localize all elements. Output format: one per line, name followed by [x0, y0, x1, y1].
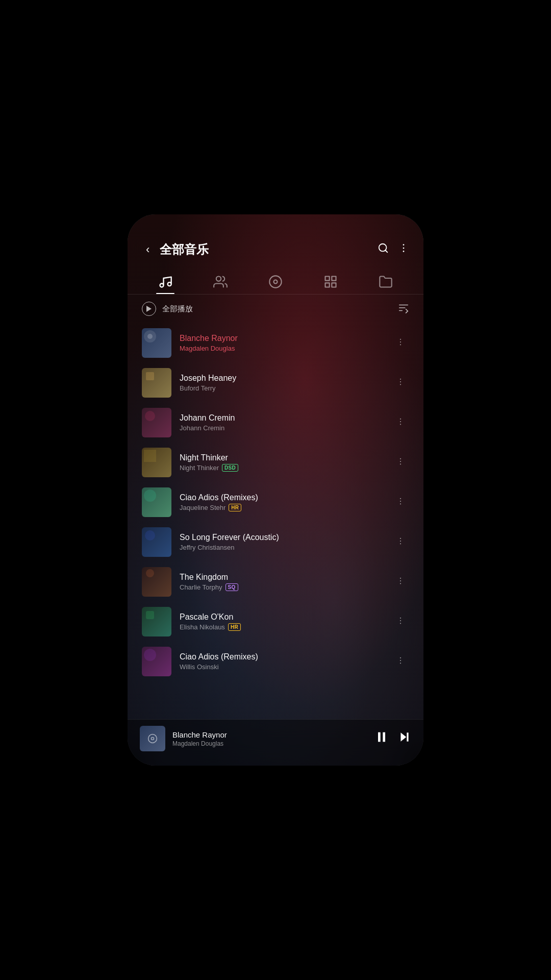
svg-rect-37	[145, 530, 155, 541]
quality-badge: HR	[228, 623, 241, 631]
svg-point-52	[400, 663, 401, 664]
svg-point-24	[400, 384, 401, 385]
svg-point-46	[400, 617, 401, 618]
svg-point-41	[146, 569, 154, 577]
svg-rect-45	[146, 611, 154, 619]
header: ‹ 全部音乐	[128, 214, 423, 266]
more-options-button[interactable]	[392, 534, 409, 550]
svg-point-50	[400, 657, 401, 658]
play-all-circle	[142, 302, 156, 316]
list-item[interactable]: Joseph Heaney Buford Terry	[128, 363, 423, 403]
song-thumbnail	[142, 328, 171, 358]
svg-point-22	[400, 378, 401, 379]
svg-point-30	[400, 458, 401, 459]
svg-point-5	[216, 277, 221, 281]
song-info: Night Thinker Night Thinker DSD	[180, 453, 384, 472]
list-item[interactable]: Blanche Raynor Magdalen Douglas	[128, 323, 423, 363]
more-options-button[interactable]	[392, 455, 409, 471]
tab-songs[interactable]	[150, 271, 181, 294]
song-title: Joseph Heaney	[180, 374, 384, 383]
svg-line-1	[385, 250, 387, 252]
song-title: Ciao Adios (Remixes)	[180, 493, 384, 502]
list-item[interactable]: Ciao Adios (Remixes) Willis Osinski	[128, 642, 423, 681]
song-title: Blanche Raynor	[180, 334, 384, 343]
tab-folders[interactable]	[370, 271, 401, 294]
song-info: Johann Cremin Johann Cremin	[180, 413, 384, 432]
song-meta: Buford Terry	[180, 384, 384, 392]
song-list: Blanche Raynor Magdalen Douglas Joseph H…	[128, 323, 423, 719]
more-options-icon[interactable]	[398, 242, 409, 257]
list-item[interactable]: Johann Cremin Johann Cremin	[128, 403, 423, 443]
song-artist: Willis Osinski	[180, 663, 219, 671]
song-artist: Night Thinker	[180, 464, 219, 472]
svg-point-48	[400, 623, 401, 624]
song-thumbnail	[142, 448, 171, 477]
tab-playlists[interactable]	[315, 271, 346, 294]
more-options-button[interactable]	[392, 614, 409, 630]
play-all-bar[interactable]: 全部播放	[128, 295, 423, 323]
svg-point-6	[269, 276, 281, 287]
more-options-button[interactable]	[392, 375, 409, 391]
song-thumbnail	[142, 487, 171, 517]
next-button[interactable]	[398, 730, 411, 747]
svg-point-43	[400, 580, 401, 581]
song-thumbnail	[142, 408, 171, 437]
song-meta: Charlie Torphy SQ	[180, 583, 384, 591]
svg-point-35	[400, 500, 401, 501]
search-icon[interactable]	[378, 242, 389, 257]
svg-point-36	[400, 503, 401, 504]
svg-point-47	[400, 620, 401, 621]
now-playing-thumbnail	[140, 726, 165, 751]
svg-point-2	[403, 244, 405, 246]
list-item[interactable]: So Long Forever (Acoustic) Jeffry Christ…	[128, 522, 423, 562]
more-options-button[interactable]	[392, 574, 409, 590]
svg-rect-55	[378, 732, 381, 742]
list-item[interactable]: Pascale O'Kon Elisha Nikolaus HR	[128, 602, 423, 642]
song-info: Joseph Heaney Buford Terry	[180, 374, 384, 392]
pause-button[interactable]	[374, 730, 389, 748]
tab-albums[interactable]	[260, 271, 291, 294]
song-artist: Jaqueline Stehr	[180, 504, 226, 511]
play-all-label: 全部播放	[162, 304, 392, 314]
song-meta: Magdalen Douglas	[180, 345, 384, 352]
list-item[interactable]: The Kingdom Charlie Torphy SQ	[128, 562, 423, 602]
now-playing-title: Blanche Raynor	[172, 730, 367, 739]
svg-point-23	[400, 381, 401, 382]
more-options-button[interactable]	[392, 495, 409, 510]
more-options-button[interactable]	[392, 415, 409, 431]
svg-point-54	[152, 738, 154, 740]
back-button[interactable]: ‹	[142, 241, 154, 258]
quality-badge: SQ	[226, 583, 238, 591]
song-thumbnail	[142, 607, 171, 636]
more-options-button[interactable]	[392, 335, 409, 351]
svg-marker-57	[400, 732, 406, 741]
now-playing-bar[interactable]: Blanche Raynor Magdalen Douglas	[128, 719, 423, 766]
sort-icon[interactable]	[398, 302, 409, 316]
screen-content: ‹ 全部音乐	[128, 214, 423, 766]
quality-badge: HR	[229, 504, 241, 511]
now-playing-artist: Magdalen Douglas	[172, 740, 367, 747]
song-artist: Magdalen Douglas	[180, 345, 235, 352]
more-options-button[interactable]	[392, 654, 409, 670]
song-thumbnail	[142, 567, 171, 597]
svg-rect-56	[383, 732, 385, 742]
song-title: Ciao Adios (Remixes)	[180, 652, 384, 662]
song-artist: Johann Cremin	[180, 424, 224, 432]
list-item[interactable]: Ciao Adios (Remixes) Jaqueline Stehr HR	[128, 482, 423, 522]
svg-rect-10	[332, 283, 336, 287]
svg-point-39	[400, 540, 401, 541]
song-info: Blanche Raynor Magdalen Douglas	[180, 334, 384, 352]
song-meta: Johann Cremin	[180, 424, 384, 432]
svg-point-34	[400, 498, 401, 499]
svg-rect-21	[146, 372, 154, 380]
header-icons	[378, 242, 409, 257]
svg-point-42	[400, 577, 401, 578]
svg-point-53	[148, 734, 157, 743]
svg-point-18	[400, 338, 401, 339]
song-info: Ciao Adios (Remixes) Jaqueline Stehr HR	[180, 493, 384, 511]
tab-artists[interactable]	[205, 271, 236, 294]
song-meta: Night Thinker DSD	[180, 464, 384, 472]
song-artist: Charlie Torphy	[180, 583, 222, 591]
svg-point-3	[403, 248, 405, 249]
list-item[interactable]: Night Thinker Night Thinker DSD	[128, 443, 423, 482]
